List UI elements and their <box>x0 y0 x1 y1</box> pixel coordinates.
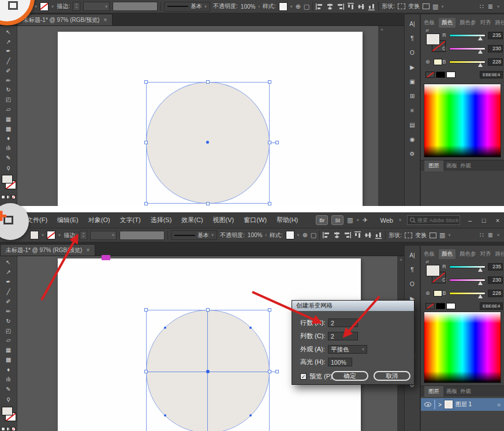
scale-tool-icon[interactable]: ◰ <box>2 327 15 335</box>
g-slider[interactable] <box>449 47 486 50</box>
rotate-tool-icon[interactable]: ↻ <box>2 317 15 325</box>
scroll-up-icon[interactable]: ˄ <box>378 27 386 32</box>
gradient-mode-icon[interactable] <box>6 427 10 431</box>
stock-button[interactable]: St <box>331 215 344 225</box>
r-value[interactable]: 235 <box>488 263 503 271</box>
eyedropper-tool-icon[interactable]: ♦ <box>2 134 15 143</box>
transform-link[interactable]: 变换 <box>415 231 427 239</box>
menu-window[interactable]: 窗口(W) <box>244 216 267 224</box>
selection-handle[interactable] <box>206 202 210 205</box>
menu-file[interactable]: 文件(F) <box>27 216 47 224</box>
isolate-icon[interactable]: ▥ <box>439 231 445 239</box>
tab-swatches[interactable]: 色板 <box>424 19 435 27</box>
stroke-color-swatch[interactable] <box>47 231 55 239</box>
mesh-anchor-point[interactable] <box>249 414 252 417</box>
tab-align[interactable]: 对齐 <box>480 19 491 27</box>
arrange-documents-icon[interactable]: ▥ <box>347 216 353 224</box>
slider-thumb[interactable] <box>478 50 483 54</box>
arrange-documents-icon[interactable]: ∷ <box>480 3 484 10</box>
black-swatch[interactable] <box>436 72 445 78</box>
gradient-tool-icon[interactable]: ▩ <box>2 125 15 133</box>
stroke-style-select[interactable]: 基本 ˅ <box>164 2 210 12</box>
selection-tool-icon[interactable]: ↖ <box>2 28 15 36</box>
document-tab[interactable]: 未标题-1* @ 97% (RGB/预览) × <box>17 14 113 25</box>
none-mode-icon[interactable] <box>12 195 16 199</box>
pencil-tool-icon[interactable]: ✏ <box>2 307 15 316</box>
gear-icon[interactable]: ⚙ <box>406 149 419 158</box>
tab-layers[interactable]: 图层 <box>424 386 443 397</box>
layer-row[interactable]: > 图层 1 ○ <box>421 398 504 411</box>
free-transform-icon[interactable] <box>423 3 430 9</box>
align-right-icon[interactable] <box>337 3 344 10</box>
blend-tool-icon[interactable]: ✎ <box>2 153 15 162</box>
document-tab[interactable]: 未标题-1* @ 97% (RGB/预览) × <box>0 244 95 256</box>
transform-link[interactable]: 变换 <box>408 2 420 10</box>
close-tab-icon[interactable]: × <box>103 17 107 23</box>
tab-swatches[interactable]: 色板 <box>424 250 435 258</box>
tab-color-guide[interactable]: 颜色参 <box>460 250 476 258</box>
expand-icon[interactable]: > <box>438 402 442 408</box>
color-spectrum[interactable] <box>424 312 501 383</box>
stroke-panel-icon[interactable]: ≡ <box>406 106 419 115</box>
chevron-down-icon[interactable]: ˅ <box>76 6 78 9</box>
restore-button[interactable]: □ <box>480 217 488 224</box>
symbols-panel-icon[interactable]: ◉ <box>406 134 419 144</box>
hex-value[interactable]: EBE6E4 <box>480 71 503 78</box>
align-hcenter-icon[interactable] <box>326 3 334 10</box>
chevron-down-icon[interactable]: ˅ <box>399 218 401 222</box>
menu-edit[interactable]: 编辑(E) <box>57 216 79 224</box>
appearance-select[interactable]: 平接色˅ <box>328 345 367 354</box>
zoom-tool-icon[interactable]: ϙ <box>2 163 15 172</box>
ok-button[interactable]: 确定 <box>331 371 368 381</box>
chevron-down-icon[interactable]: ˅ <box>297 233 300 237</box>
isolate-icon[interactable]: ▥ <box>432 3 438 10</box>
brush-definition-select[interactable] <box>113 2 158 11</box>
fill-stroke-proxy[interactable] <box>1 175 16 192</box>
swap-fill-stroke-icon[interactable]: ⇄ <box>425 260 431 264</box>
gradient-mode-icon[interactable] <box>6 195 10 199</box>
tab-appearance[interactable]: 外观 <box>460 162 471 170</box>
shape-mode-icon[interactable] <box>405 233 412 238</box>
last-color-swatch[interactable] <box>434 59 442 65</box>
selection-tool-icon[interactable]: ↖ <box>2 258 15 267</box>
stroke-color-swatch[interactable] <box>40 2 48 11</box>
r-slider[interactable] <box>449 34 486 37</box>
more-options-icon[interactable]: › <box>258 5 259 9</box>
share-icon[interactable]: ✈ <box>363 216 368 224</box>
zoom-tool-icon[interactable]: ϙ <box>2 395 15 403</box>
rotate-tool-icon[interactable]: ↻ <box>2 86 15 95</box>
fill-stroke-proxy[interactable] <box>1 407 16 424</box>
paint-mode-buttons[interactable] <box>1 195 16 199</box>
chevron-down-icon[interactable]: ˅ <box>290 5 293 9</box>
layer-name[interactable]: 图层 1 <box>456 400 472 408</box>
fill-proxy-swatch[interactable] <box>2 407 13 415</box>
slider-thumb[interactable] <box>478 294 483 298</box>
selection-handle[interactable] <box>144 370 148 373</box>
mesh-anchor-point[interactable] <box>249 327 252 329</box>
selection-handle[interactable] <box>268 141 271 144</box>
document-setup-icon[interactable]: ⊕ <box>303 231 308 239</box>
close-button[interactable]: × <box>494 217 502 224</box>
align-top-icon[interactable] <box>354 231 361 239</box>
bridge-button[interactable]: Br <box>316 215 328 225</box>
highlight-input[interactable]: 100% <box>328 358 352 366</box>
actions-panel-icon[interactable]: ▶ <box>406 62 419 72</box>
fill-proxy-swatch[interactable] <box>2 175 13 183</box>
direct-selection-tool-icon[interactable]: ↗ <box>2 38 15 46</box>
free-transform-icon[interactable] <box>430 233 436 238</box>
mesh-tool-icon[interactable]: ▦ <box>2 346 15 354</box>
black-swatch[interactable] <box>436 303 445 309</box>
selection-handle[interactable] <box>275 141 279 144</box>
selection-handle[interactable] <box>206 80 210 84</box>
selection-handle[interactable] <box>275 370 279 373</box>
selection-handle[interactable] <box>144 202 148 205</box>
chevron-down-icon[interactable]: ˅ <box>362 347 364 351</box>
color-mode-icon[interactable] <box>1 195 5 199</box>
chevron-down-icon[interactable]: ˅ <box>497 233 499 237</box>
opentype-panel-icon[interactable]: O <box>406 48 419 57</box>
g-value[interactable]: 230 <box>488 276 503 284</box>
opacity-value[interactable]: 100% <box>248 232 263 238</box>
tab-pathfinder[interactable]: 路径查 <box>495 250 504 258</box>
tab-layers[interactable]: 图层 <box>424 160 443 171</box>
menu-help[interactable]: 帮助(H) <box>277 216 298 224</box>
